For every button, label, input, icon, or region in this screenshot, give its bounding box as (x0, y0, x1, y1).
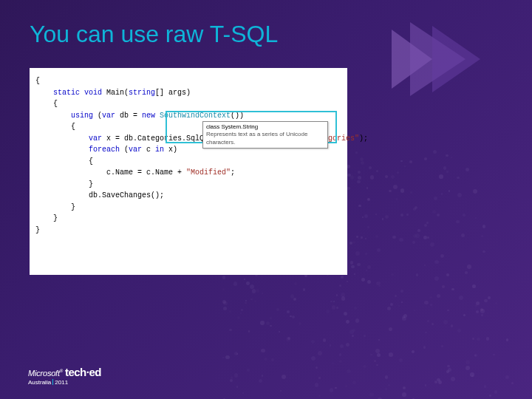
decorative-arrows (369, 22, 502, 111)
code-line: using (var db = new SouthwindContext()) (35, 110, 341, 122)
brand-main: tech·ed (65, 366, 101, 378)
code-screenshot: { static void Main(string[] args) { usin… (30, 68, 347, 275)
svg-marker-0 (392, 30, 432, 89)
svg-marker-1 (410, 22, 466, 96)
footer-branding: Microsoft® tech·ed Australia 2011 (28, 366, 101, 386)
svg-marker-2 (432, 26, 480, 92)
brand-prefix: Microsoft (28, 369, 60, 378)
code-line: db.SaveChanges(); (35, 190, 341, 202)
code-line: c.Name = c.Name + "Modified"; (35, 167, 341, 179)
brand-year: 2011 (55, 379, 68, 386)
tooltip-title: class System.String (206, 123, 324, 131)
slide-title: You can use raw T-SQL (30, 21, 278, 48)
brand-region: Australia (28, 379, 51, 386)
tooltip-body: Represents text as a series of Unicode c… (206, 131, 324, 146)
intellisense-tooltip: class System.String Represents text as a… (202, 121, 328, 149)
slide: You can use raw T-SQL { static void Main… (0, 0, 532, 399)
code-line: static void Main(string[] args) (35, 87, 341, 99)
